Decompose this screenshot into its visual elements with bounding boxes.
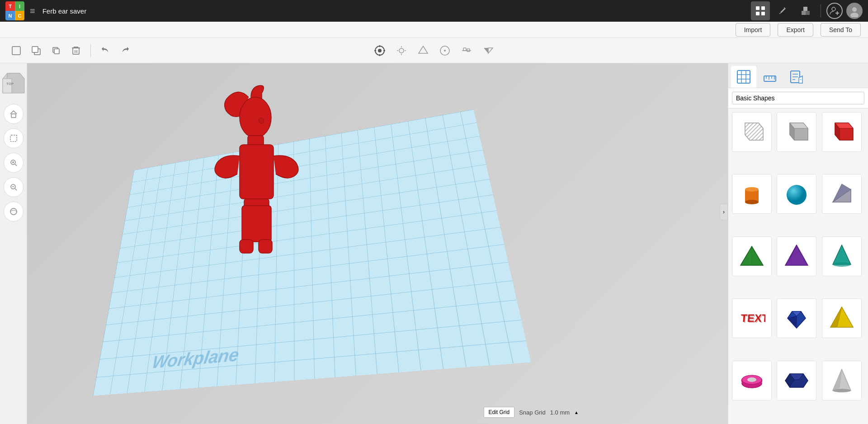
- svg-rect-63: [737, 71, 750, 83]
- measure-button[interactable]: [436, 42, 454, 60]
- svg-point-34: [444, 50, 446, 52]
- svg-rect-0: [756, 6, 760, 10]
- shape-cone-gray[interactable]: [822, 361, 862, 400]
- svg-marker-38: [484, 48, 488, 53]
- svg-rect-73: [791, 71, 800, 83]
- shape-hole-box[interactable]: [732, 112, 772, 152]
- duplicate-button[interactable]: [47, 42, 65, 60]
- svg-point-11: [852, 7, 857, 12]
- logo: T I N C: [5, 1, 24, 20]
- top-bar: T I N C ≡ Ferb ear saver: [0, 0, 868, 22]
- shape-solid-box-red[interactable]: [822, 112, 862, 152]
- shape-pyramid-green[interactable]: [732, 236, 772, 276]
- flip-button[interactable]: [479, 42, 497, 60]
- svg-text:TOP: TOP: [6, 82, 14, 86]
- svg-rect-25: [374, 50, 376, 51]
- svg-rect-17: [54, 49, 59, 54]
- svg-rect-6: [803, 7, 807, 11]
- shape-pyramid-purple[interactable]: [777, 236, 816, 276]
- svg-point-22: [378, 49, 382, 52]
- svg-marker-97: [785, 245, 808, 265]
- grid-view-button[interactable]: [751, 1, 770, 20]
- tab-grid[interactable]: [731, 66, 756, 88]
- svg-marker-77: [799, 76, 802, 83]
- svg-point-55: [240, 97, 271, 138]
- svg-line-52: [15, 188, 17, 190]
- svg-text:TEXT: TEXT: [741, 313, 765, 325]
- delete-button[interactable]: [67, 42, 85, 60]
- svg-rect-60: [242, 206, 271, 242]
- shape-cone-teal[interactable]: [822, 236, 862, 276]
- right-panel: Basic Shapes: [728, 63, 868, 424]
- svg-rect-61: [240, 240, 253, 253]
- svg-point-100: [833, 262, 851, 267]
- svg-point-88: [745, 200, 759, 204]
- svg-rect-26: [383, 50, 385, 51]
- snap-grid-value[interactable]: 1.0 mm: [550, 409, 570, 416]
- svg-rect-3: [761, 12, 765, 15]
- svg-marker-105: [788, 316, 797, 328]
- svg-point-111: [747, 377, 756, 382]
- shape-gem[interactable]: [777, 298, 816, 338]
- avatar[interactable]: [846, 3, 863, 19]
- main-content: TOP: [0, 63, 868, 424]
- panel-collapse-button[interactable]: ›: [720, 204, 728, 220]
- svg-point-56: [259, 118, 264, 123]
- shape-text[interactable]: TEXT TEXT: [732, 298, 772, 338]
- tab-ruler[interactable]: [757, 66, 783, 88]
- align-button[interactable]: [458, 42, 476, 60]
- edit-grid-button[interactable]: Edit Grid: [484, 407, 515, 418]
- top-right-actions: [751, 1, 863, 20]
- separator: [821, 4, 821, 18]
- logo-c: C: [15, 11, 24, 20]
- redo-button[interactable]: [116, 42, 134, 60]
- svg-rect-37: [467, 49, 470, 52]
- toolbar-separator-1: [90, 44, 91, 57]
- canvas-area[interactable]: Workplane: [27, 63, 728, 424]
- copy-button[interactable]: [27, 42, 45, 60]
- svg-rect-23: [379, 45, 380, 47]
- view-cube[interactable]: TOP: [0, 69, 29, 99]
- light-button[interactable]: [392, 42, 410, 60]
- tools-button[interactable]: [774, 1, 793, 20]
- svg-rect-24: [379, 54, 380, 56]
- svg-line-48: [15, 164, 17, 166]
- zoom-out-button[interactable]: [4, 177, 24, 197]
- add-user-button[interactable]: [826, 3, 843, 19]
- svg-point-90: [787, 185, 807, 205]
- shape-wedge[interactable]: [822, 174, 862, 214]
- shape-sphere[interactable]: [777, 174, 816, 214]
- shape-solid-box-gray[interactable]: [777, 112, 816, 152]
- svg-rect-18: [73, 48, 79, 54]
- svg-rect-58: [240, 145, 274, 199]
- shapes-dropdown[interactable]: Basic Shapes: [732, 92, 864, 104]
- ferb-character[interactable]: [194, 84, 330, 292]
- snap-grid-label: Snap Grid: [519, 409, 546, 416]
- shape-prism[interactable]: [777, 361, 816, 400]
- undo-button[interactable]: [96, 42, 114, 60]
- import-button[interactable]: Import: [736, 23, 771, 37]
- svg-marker-99: [833, 245, 851, 264]
- new-button[interactable]: [7, 42, 25, 60]
- home-button[interactable]: [4, 104, 24, 124]
- action-bar: Import Export Send To: [0, 22, 868, 38]
- view-center-button[interactable]: [371, 42, 389, 60]
- shape-torus[interactable]: [732, 361, 772, 400]
- logo-i: I: [15, 1, 24, 11]
- snap-grid-arrow[interactable]: ▲: [574, 410, 579, 415]
- shape-button[interactable]: [414, 42, 432, 60]
- shape-pyramid-yellow[interactable]: [822, 298, 862, 338]
- tab-notes[interactable]: [783, 66, 809, 88]
- orbit-button[interactable]: [4, 202, 24, 221]
- svg-rect-62: [259, 240, 272, 253]
- export-button[interactable]: Export: [778, 23, 813, 37]
- left-panel: TOP: [0, 63, 27, 424]
- zoom-in-button[interactable]: [4, 153, 24, 173]
- select-button[interactable]: [4, 128, 24, 148]
- svg-rect-68: [764, 76, 776, 81]
- svg-rect-2: [756, 12, 760, 15]
- doc-icon: ≡: [30, 6, 35, 16]
- blocks-button[interactable]: [796, 1, 815, 20]
- shape-cylinder[interactable]: [732, 174, 772, 214]
- send-to-button[interactable]: Send To: [821, 23, 861, 37]
